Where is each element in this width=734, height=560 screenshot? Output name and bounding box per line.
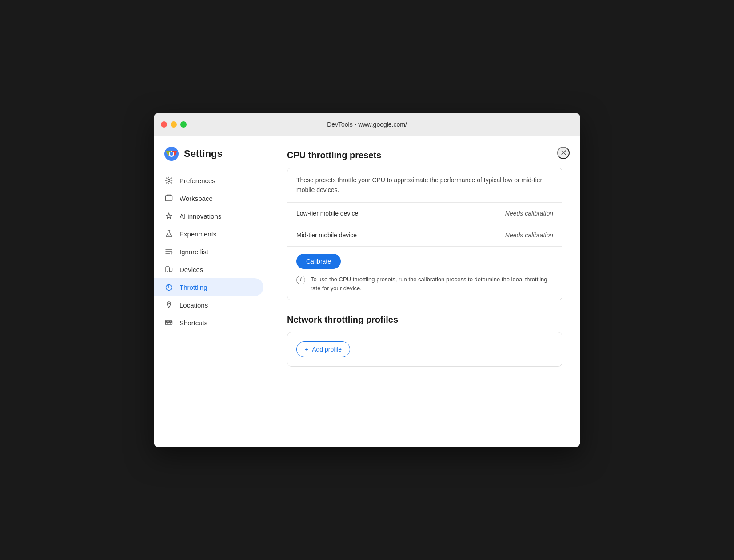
mid-tier-status: Needs calibration: [505, 232, 553, 239]
mid-tier-label: Mid-tier mobile device: [296, 232, 357, 239]
sidebar-item-preferences[interactable]: Preferences: [154, 172, 269, 189]
low-tier-label: Low-tier mobile device: [296, 210, 358, 217]
plus-icon: +: [305, 346, 308, 353]
svg-point-3: [170, 152, 173, 156]
network-section-title: Network throttling profiles: [287, 315, 562, 325]
calibration-info-note: i To use the CPU throttling presets, run…: [296, 275, 553, 293]
chrome-logo-icon: [164, 147, 179, 161]
cpu-card-description: These presets throttle your CPU to appro…: [287, 168, 562, 203]
devices-icon: [164, 265, 173, 274]
main-content: ✕ CPU throttling presets These presets t…: [269, 136, 580, 447]
sidebar-item-shortcuts[interactable]: Shortcuts: [154, 314, 269, 332]
cpu-card-actions: Calibrate i To use the CPU throttling pr…: [287, 246, 562, 300]
svg-rect-9: [170, 268, 172, 272]
close-traffic-light[interactable]: [161, 121, 167, 128]
cpu-section-title: CPU throttling presets: [287, 150, 562, 160]
svg-rect-16: [170, 321, 172, 323]
low-tier-row: Low-tier mobile device Needs calibration: [287, 203, 562, 224]
throttling-label: Throttling: [180, 284, 207, 291]
svg-point-12: [168, 303, 170, 304]
preferences-label: Preferences: [180, 177, 215, 184]
titlebar: DevTools - www.google.com/: [154, 113, 580, 136]
sidebar-item-ai[interactable]: AI innovations: [154, 207, 269, 225]
info-text: To use the CPU throttling presets, run t…: [311, 275, 553, 293]
svg-rect-5: [166, 196, 172, 201]
svg-rect-14: [167, 321, 168, 323]
experiments-label: Experiments: [180, 230, 216, 238]
network-throttling-card: + Add profile: [287, 332, 562, 367]
svg-rect-17: [167, 323, 171, 324]
sidebar-item-ignore-list[interactable]: Ignore list: [154, 243, 269, 260]
locations-label: Locations: [180, 301, 208, 309]
sidebar: Settings Preferences: [154, 136, 269, 447]
sidebar-item-workspace[interactable]: Workspace: [154, 189, 269, 207]
traffic-lights: [161, 121, 187, 128]
shortcuts-label: Shortcuts: [180, 319, 207, 327]
sidebar-item-experiments[interactable]: Experiments: [154, 225, 269, 243]
sidebar-item-throttling[interactable]: Throttling: [154, 278, 263, 296]
sidebar-item-locations[interactable]: Locations: [154, 296, 269, 314]
throttling-icon: [164, 283, 173, 292]
svg-rect-15: [168, 321, 170, 323]
add-profile-label: Add profile: [312, 346, 342, 353]
maximize-traffic-light[interactable]: [180, 121, 187, 128]
window-title: DevTools - www.google.com/: [327, 121, 407, 128]
add-profile-button[interactable]: + Add profile: [296, 341, 350, 357]
devtools-window: DevTools - www.google.com/ Settings: [154, 113, 580, 447]
locations-icon: [164, 300, 173, 309]
svg-point-7: [169, 236, 170, 236]
cpu-throttling-card: These presets throttle your CPU to appro…: [287, 168, 562, 300]
devices-label: Devices: [180, 266, 203, 273]
svg-point-10: [167, 271, 168, 272]
ai-icon: [164, 212, 173, 220]
content-area: Settings Preferences: [154, 136, 580, 447]
sidebar-header: Settings: [154, 147, 269, 172]
calibrate-button[interactable]: Calibrate: [296, 254, 341, 269]
workspace-label: Workspace: [180, 195, 213, 202]
sidebar-item-devices[interactable]: Devices: [154, 260, 269, 278]
settings-heading: Settings: [184, 148, 223, 160]
workspace-icon: [164, 194, 173, 203]
ignore-list-label: Ignore list: [180, 248, 208, 256]
experiments-icon: [164, 229, 173, 238]
mid-tier-row: Mid-tier mobile device Needs calibration: [287, 224, 562, 246]
minimize-traffic-light[interactable]: [171, 121, 177, 128]
close-button[interactable]: ✕: [557, 147, 570, 159]
low-tier-status: Needs calibration: [505, 210, 553, 217]
ignore-list-icon: [164, 247, 173, 256]
svg-point-6: [168, 235, 169, 236]
ai-label: AI innovations: [180, 212, 221, 220]
shortcuts-icon: [164, 318, 173, 327]
preferences-icon: [164, 176, 173, 185]
svg-point-4: [168, 180, 170, 182]
info-icon: i: [296, 276, 305, 284]
